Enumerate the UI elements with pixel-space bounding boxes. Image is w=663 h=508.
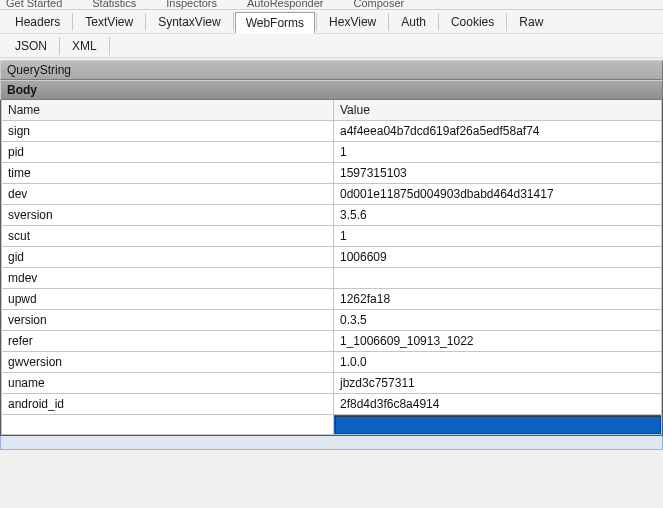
table-row[interactable]: unamejbzd3c757311 [2,373,662,394]
cell-value[interactable]: 1006609 [334,247,662,268]
cell-name[interactable]: time [2,163,334,184]
table-row[interactable]: refer1_1006609_10913_1022 [2,331,662,352]
column-header-name[interactable]: Name [2,100,334,121]
table-row[interactable]: sversion3.5.6 [2,205,662,226]
table-row[interactable]: signa4f4eea04b7dcd619af26a5edf58af74 [2,121,662,142]
cell-name[interactable]: sversion [2,205,334,226]
upper-tab-inspectors[interactable]: Inspectors [166,0,217,9]
tab-divider [316,13,317,31]
cell-value[interactable]: 1 [334,142,662,163]
tab-divider [72,13,73,31]
table-row[interactable]: version0.3.5 [2,310,662,331]
cell-value[interactable]: 0d001e11875d004903dbabd464d31417 [334,184,662,205]
cell-name[interactable]: gid [2,247,334,268]
cell-value[interactable]: a4f4eea04b7dcd619af26a5edf58af74 [334,121,662,142]
cell-value[interactable] [334,268,662,289]
tab-hexview[interactable]: HexView [318,11,387,33]
cell-name[interactable]: scut [2,226,334,247]
tab-divider [109,37,110,55]
tab-cookies[interactable]: Cookies [440,11,505,33]
upper-tab-composer[interactable]: Composer [353,0,404,9]
table-row[interactable]: upwd1262fa18 [2,289,662,310]
upper-tab-autoresponder[interactable]: AutoResponder [247,0,323,9]
table-row[interactable]: dev0d001e11875d004903dbabd464d31417 [2,184,662,205]
table-row[interactable]: gid1006609 [2,247,662,268]
cell-name[interactable]: gwversion [2,352,334,373]
cell-name[interactable]: refer [2,331,334,352]
tab-divider [59,37,60,55]
tab-divider [145,13,146,31]
cell-value[interactable]: 3.5.6 [334,205,662,226]
cell-value[interactable]: 1262fa18 [334,289,662,310]
cell-value[interactable]: 2f8d4d3f6c8a4914 [334,394,662,415]
cell-value[interactable]: 1597315103 [334,163,662,184]
inspector-tabs-row-2: JSON XML [0,34,663,58]
tab-json[interactable]: JSON [4,35,58,57]
tab-auth[interactable]: Auth [390,11,437,33]
cell-value-selected[interactable] [334,415,662,435]
tab-divider [438,13,439,31]
cell-name[interactable]: dev [2,184,334,205]
cell-name[interactable] [2,415,334,435]
tab-headers[interactable]: Headers [4,11,71,33]
cell-name[interactable]: pid [2,142,334,163]
cell-name[interactable]: version [2,310,334,331]
cell-value[interactable]: 1 [334,226,662,247]
table-header-row: Name Value [2,100,662,121]
inspector-tabs-row-1: Headers TextView SyntaxView WebForms Hex… [0,10,663,34]
section-body-header[interactable]: Body [0,80,663,100]
cell-name[interactable]: uname [2,373,334,394]
column-header-value[interactable]: Value [334,100,662,121]
cell-name[interactable]: sign [2,121,334,142]
tab-syntaxview[interactable]: SyntaxView [147,11,231,33]
cell-value[interactable]: 1_1006609_10913_1022 [334,331,662,352]
table-row[interactable]: scut1 [2,226,662,247]
tab-textview[interactable]: TextView [74,11,144,33]
cell-value[interactable]: jbzd3c757311 [334,373,662,394]
cell-value[interactable]: 1.0.0 [334,352,662,373]
cell-name[interactable]: mdev [2,268,334,289]
cell-name[interactable]: android_id [2,394,334,415]
tab-divider [233,13,234,31]
table-row[interactable]: android_id2f8d4d3f6c8a4914 [2,394,662,415]
cell-name[interactable]: upwd [2,289,334,310]
tab-raw[interactable]: Raw [508,11,554,33]
section-querystring-header[interactable]: QueryString [0,60,663,80]
table-row-empty[interactable] [2,415,662,435]
upper-tab-get-started[interactable]: Get Started [6,0,62,9]
tab-divider [388,13,389,31]
tab-webforms[interactable]: WebForms [235,12,315,34]
cell-value[interactable]: 0.3.5 [334,310,662,331]
table-row[interactable]: pid1 [2,142,662,163]
table-row[interactable]: time1597315103 [2,163,662,184]
tab-xml[interactable]: XML [61,35,108,57]
table-row[interactable]: gwversion1.0.0 [2,352,662,373]
grid-footer-strip [0,436,663,450]
upper-tab-statistics[interactable]: Statistics [92,0,136,9]
upper-tab-strip: Get Started Statistics Inspectors AutoRe… [0,0,663,10]
table-row[interactable]: mdev [2,268,662,289]
body-grid[interactable]: Name Value signa4f4eea04b7dcd619af26a5ed… [0,100,663,436]
tab-divider [506,13,507,31]
